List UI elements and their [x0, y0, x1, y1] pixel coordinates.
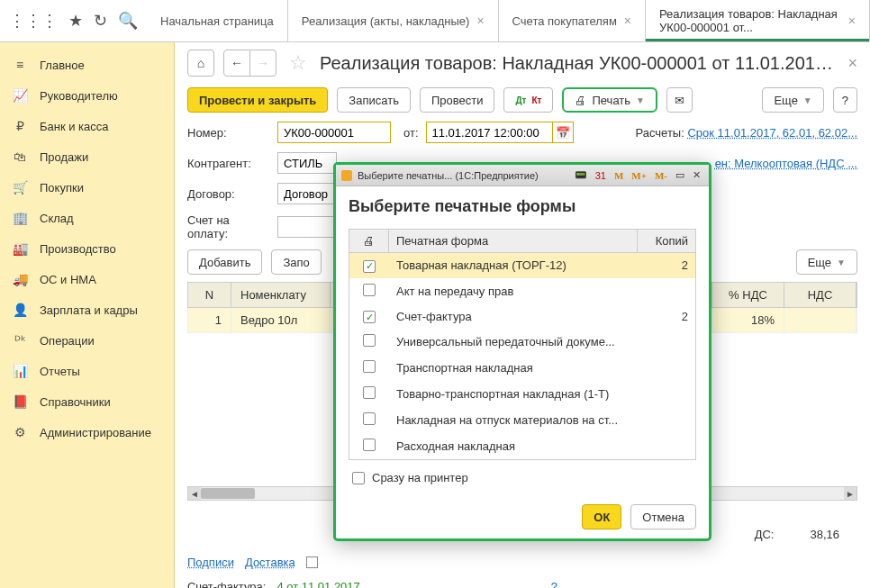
print-form-row[interactable]: Расходная накладная	[349, 433, 695, 459]
calc-link[interactable]: Срок 11.01.2017, 62.01, 62.02...	[687, 126, 857, 140]
dtkt-button[interactable]: ДтКт	[503, 87, 553, 113]
dialog-footer: ОК Отмена	[336, 495, 709, 538]
print-form-row[interactable]: Накладная на отпуск материалов на ст...	[349, 407, 695, 433]
sidebar-item-assets[interactable]: 🚚ОС и НМА	[0, 264, 174, 294]
sidebar-item-production[interactable]: 🏭Производство	[0, 233, 174, 264]
top-icon-group: ⋮⋮⋮ ★ ↻ 🔍	[0, 0, 147, 41]
scroll-left-icon[interactable]: ◄	[188, 487, 201, 500]
direct-print-option[interactable]: Сразу на принтер	[349, 471, 696, 484]
help-link[interactable]: ?	[551, 580, 557, 588]
sidebar-item-purchases[interactable]: 🛒Покупки	[0, 172, 174, 203]
close-icon[interactable]: ×	[624, 14, 631, 28]
date-input[interactable]	[426, 122, 552, 143]
sidebar-item-warehouse[interactable]: 🏢Склад	[0, 203, 174, 233]
ok-button[interactable]: ОК	[582, 504, 621, 529]
close-icon[interactable]: ✕	[690, 169, 703, 181]
sidebar-item-main[interactable]: ≡Главное	[0, 50, 174, 80]
m-icon[interactable]: M	[612, 170, 626, 181]
sf-label: Счет-фактура:	[187, 580, 266, 588]
row-checkbox[interactable]	[363, 360, 376, 373]
tab-realization-list[interactable]: Реализация (акты, накладные) ×	[288, 0, 499, 41]
row-checkbox[interactable]	[363, 334, 376, 347]
print-form-row[interactable]: Транспортная накладная	[349, 355, 695, 381]
tab-invoices[interactable]: Счета покупателям ×	[499, 0, 646, 41]
sidebar-item-manager[interactable]: 📈Руководителю	[0, 80, 174, 111]
tab-home[interactable]: Начальная страница	[147, 0, 288, 41]
favorite-icon[interactable]: ★	[68, 11, 83, 31]
th-n: N	[188, 283, 231, 307]
fill-button[interactable]: Запо	[271, 249, 321, 275]
m-minus-icon[interactable]: M-	[652, 170, 670, 181]
sidebar-item-label: Администрирование	[40, 426, 151, 439]
search-icon[interactable]: 🔍	[118, 11, 138, 31]
help-button[interactable]: ?	[833, 87, 857, 113]
forward-button[interactable]: →	[249, 50, 276, 77]
print-forms-dialog: Выберите печатны... (1С:Предприятие) 📟 3…	[333, 162, 711, 541]
nav-buttons: ← →	[223, 50, 276, 77]
tab-realization-doc[interactable]: Реализация товаров: Накладная УК00-00000…	[646, 0, 870, 41]
row-checkbox[interactable]	[363, 284, 376, 296]
dialog-titlebar[interactable]: Выберите печатны... (1С:Предприятие) 📟 3…	[336, 165, 709, 186]
minimize-icon[interactable]: ▭	[673, 169, 687, 181]
print-button[interactable]: 🖨 Печать ▼	[562, 87, 657, 113]
close-icon[interactable]: ×	[847, 54, 857, 73]
home-button[interactable]: ⌂	[187, 50, 214, 77]
invoice-input[interactable]	[277, 216, 337, 238]
sidebar-item-operations[interactable]: ᴰᵏОперации	[0, 325, 174, 356]
post-and-close-button[interactable]: Провести и закрыть	[187, 87, 328, 113]
print-form-row[interactable]: Универсальный передаточный докуме...	[349, 329, 695, 355]
write-button[interactable]: Записать	[337, 87, 411, 113]
close-icon[interactable]: ×	[848, 14, 856, 28]
sidebar-item-bank[interactable]: ₽Банк и касса	[0, 111, 174, 141]
sidebar-item-reports[interactable]: 📊Отчеты	[0, 356, 174, 386]
row-checkbox[interactable]	[363, 386, 376, 399]
m-plus-icon[interactable]: M+	[629, 170, 649, 181]
close-icon[interactable]: ×	[476, 14, 484, 28]
contract-input[interactable]	[277, 183, 337, 204]
sf-link[interactable]: 4 от 11.01.2017	[276, 580, 359, 588]
counterparty-input[interactable]	[277, 152, 337, 174]
sidebar-item-label: Банк и касса	[40, 120, 109, 133]
post-button[interactable]: Провести	[420, 87, 495, 113]
sidebar-item-admin[interactable]: ⚙Администрирование	[0, 417, 174, 448]
row-checkbox[interactable]	[363, 439, 376, 451]
row-checkbox[interactable]	[363, 311, 376, 323]
print-form-row[interactable]: Товарно-транспортная накладная (1-Т)	[349, 381, 695, 407]
direct-print-checkbox[interactable]	[352, 472, 365, 484]
th-check: 🖨	[349, 230, 389, 252]
row-label: Товарная накладная (ТОРГ-12)	[389, 253, 638, 277]
mail-button[interactable]: ✉	[666, 87, 693, 113]
star-icon[interactable]: ☆	[289, 51, 307, 75]
history-icon[interactable]: ↻	[94, 11, 107, 31]
dialog-body: Выберите печатные формы 🖨 Печатная форма…	[336, 186, 709, 495]
row-copies	[638, 337, 695, 348]
table-more-button[interactable]: Еще▼	[796, 249, 857, 275]
back-button[interactable]: ←	[223, 50, 250, 77]
th-vat: НДС	[784, 283, 856, 307]
sidebar-item-salary[interactable]: 👤Зарплата и кадры	[0, 294, 174, 325]
scroll-thumb[interactable]	[201, 488, 255, 499]
row-checkbox[interactable]	[363, 412, 376, 425]
add-button[interactable]: Добавить	[187, 249, 262, 275]
footer-checkbox[interactable]	[306, 556, 318, 568]
row-label: Накладная на отпуск материалов на ст...	[389, 408, 638, 432]
price-link[interactable]: ен: Мелкооптовая (НДС ...	[715, 157, 857, 170]
sidebar-item-sales[interactable]: 🛍Продажи	[0, 141, 174, 172]
scroll-right-icon[interactable]: ►	[844, 487, 856, 500]
top-toolbar: ⋮⋮⋮ ★ ↻ 🔍 Начальная страница Реализация …	[0, 0, 870, 42]
calendar-icon[interactable]: 📅	[552, 122, 574, 143]
print-form-row[interactable]: Акт на передачу прав	[349, 278, 695, 304]
number-input[interactable]	[277, 122, 391, 143]
calendar-icon[interactable]: 31	[593, 170, 609, 181]
more-button[interactable]: Еще▼	[762, 87, 823, 113]
print-form-row[interactable]: Товарная накладная (ТОРГ-12)2	[349, 253, 695, 278]
cancel-button[interactable]: Отмена	[630, 504, 696, 529]
td-nom: Ведро 10л	[231, 308, 331, 332]
print-form-row[interactable]: Счет-фактура2	[349, 304, 695, 330]
delivery-link[interactable]: Доставка	[245, 556, 295, 569]
calc-icon[interactable]: 📟	[572, 169, 590, 181]
sidebar-item-catalogs[interactable]: 📕Справочники	[0, 386, 174, 417]
signatures-link[interactable]: Подписи	[187, 556, 234, 569]
apps-icon[interactable]: ⋮⋮⋮	[9, 11, 58, 31]
row-checkbox[interactable]	[363, 260, 376, 273]
